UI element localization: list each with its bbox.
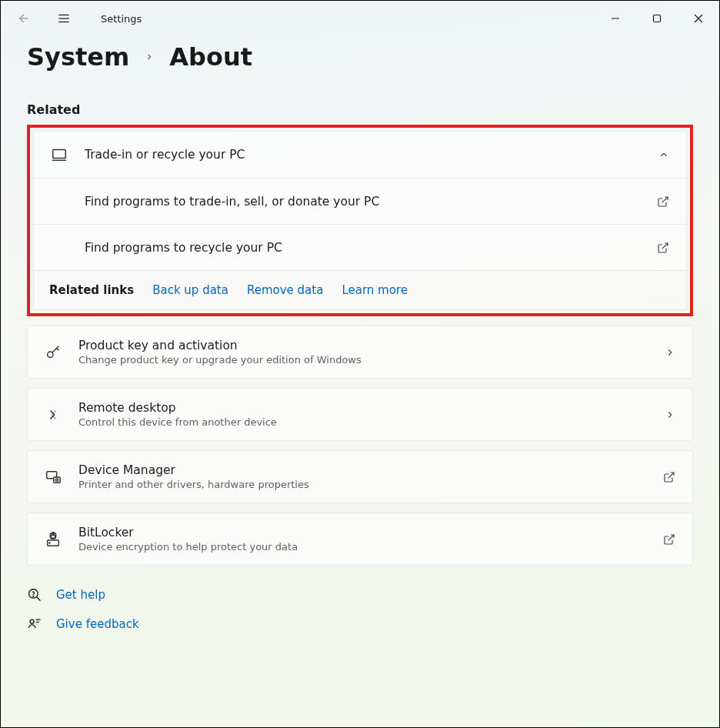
device-manager-title: Device Manager	[78, 463, 663, 477]
give-feedback-link[interactable]: Give feedback	[27, 616, 693, 632]
svg-point-11	[48, 352, 53, 357]
close-icon	[694, 14, 703, 23]
remote-desktop-desc: Control this device from another device	[78, 416, 665, 428]
bitlocker-title: BitLocker	[78, 526, 663, 539]
bitlocker-icon	[45, 531, 62, 548]
remote-desktop-icon	[45, 406, 62, 423]
product-key-item[interactable]: Product key and activation Change produc…	[28, 326, 692, 378]
svg-rect-13	[54, 477, 60, 483]
device-manager-icon	[45, 469, 62, 486]
device-manager-desc: Printer and other drivers, hardware prop…	[78, 479, 663, 490]
back-button[interactable]	[15, 9, 33, 28]
breadcrumb: System About	[27, 42, 693, 72]
chevron-right-icon	[145, 52, 154, 62]
give-feedback-label: Give feedback	[56, 617, 139, 631]
trade-in-sub1-label: Find programs to trade-in, sell, or dona…	[85, 195, 657, 209]
link-learn-more[interactable]: Learn more	[342, 283, 408, 297]
menu-button[interactable]	[55, 9, 73, 28]
bitlocker-item[interactable]: BitLocker Device encryption to help prot…	[28, 513, 692, 565]
arrow-left-icon	[17, 12, 31, 25]
bitlocker-desc: Device encryption to help protect your d…	[78, 541, 663, 553]
key-icon	[45, 344, 62, 361]
external-link-icon	[663, 471, 675, 483]
highlight-annotation: Trade-in or recycle your PC Find program…	[27, 125, 693, 316]
svg-rect-4	[654, 15, 661, 22]
trade-in-find-programs[interactable]: Find programs to trade-in, sell, or dona…	[34, 178, 686, 224]
maximize-icon	[652, 14, 662, 23]
svg-point-24	[30, 619, 34, 623]
product-key-desc: Change product key or upgrade your editi…	[78, 354, 665, 366]
link-back-up-data[interactable]: Back up data	[152, 283, 228, 297]
trade-in-title: Trade-in or recycle your PC	[85, 148, 658, 162]
related-links-label: Related links	[49, 283, 134, 297]
link-remove-data[interactable]: Remove data	[247, 283, 323, 297]
external-link-icon	[663, 533, 675, 546]
get-help-link[interactable]: Get help	[27, 587, 693, 603]
svg-line-10	[662, 243, 668, 249]
minimize-button[interactable]	[595, 3, 636, 34]
close-button[interactable]	[678, 3, 719, 34]
minimize-icon	[611, 14, 620, 23]
chevron-right-icon	[665, 347, 675, 358]
get-help-label: Get help	[56, 588, 105, 602]
svg-line-15	[668, 473, 674, 478]
remote-desktop-item[interactable]: Remote desktop Control this device from …	[28, 389, 692, 440]
feedback-icon	[27, 616, 42, 632]
svg-point-23	[33, 596, 34, 597]
device-manager-item[interactable]: Device Manager Printer and other drivers…	[28, 451, 692, 503]
app-title: Settings	[101, 13, 142, 25]
maximize-button[interactable]	[636, 3, 678, 34]
chevron-right-icon	[665, 409, 675, 420]
svg-line-21	[668, 535, 674, 540]
hamburger-icon	[57, 12, 71, 25]
trade-in-recycle-programs[interactable]: Find programs to recycle your PC	[34, 224, 686, 270]
breadcrumb-current: About	[169, 42, 252, 72]
svg-rect-7	[53, 150, 66, 159]
svg-point-18	[49, 543, 50, 543]
help-icon	[27, 587, 42, 603]
svg-line-9	[662, 197, 668, 202]
section-heading-related: Related	[27, 102, 693, 117]
trade-in-sub2-label: Find programs to recycle your PC	[85, 241, 657, 255]
breadcrumb-parent[interactable]: System	[27, 42, 129, 72]
remote-desktop-title: Remote desktop	[78, 401, 665, 415]
external-link-icon	[657, 195, 669, 208]
laptop-icon	[51, 146, 68, 163]
external-link-icon	[657, 242, 669, 254]
product-key-title: Product key and activation	[78, 339, 665, 352]
chevron-up-icon	[658, 149, 669, 160]
trade-in-expander-header[interactable]: Trade-in or recycle your PC	[34, 132, 686, 178]
